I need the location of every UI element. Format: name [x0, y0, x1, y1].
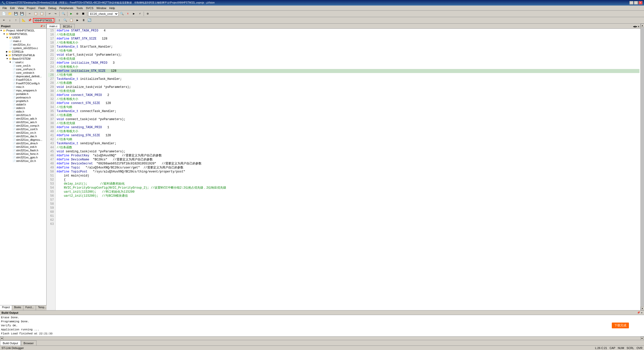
tab-project[interactable]: Project [0, 305, 12, 310]
tree-item[interactable]: 📄core_cmFunc.h [0, 67, 46, 71]
tree-item[interactable]: 📄stm32l1xx_dac.h [0, 134, 46, 138]
undo-button[interactable]: ↩ [47, 11, 52, 16]
tree-item[interactable]: 📄mpu_wrappers.h [0, 89, 46, 92]
tree-item[interactable]: 📄stm32l1xx.h [0, 113, 46, 117]
close-button[interactable]: ✕ [638, 1, 642, 5]
code-line[interactable]: TaskHandle_t sendingTask_Handler; [57, 142, 639, 146]
tb2-btn11[interactable]: 🔄 [87, 18, 92, 23]
tab-functions[interactable]: Funct... [23, 305, 36, 310]
tree-item[interactable]: ▼📁BasicSYSTEM [0, 57, 46, 60]
code-line[interactable]: #define TopicPost "/sys/aluQS4uvXNQ/BC20… [57, 170, 639, 174]
tree-item[interactable]: 📄stm32l1xx_dma.h [0, 142, 46, 145]
code-line[interactable]: #define initialize_TASK_PRIO 3 [57, 61, 639, 65]
code-line[interactable]: NVIC_PriorityGroupConfig(NVIC_PriorityGr… [57, 186, 639, 190]
code-line[interactable]: #define connect_STK_SIZE 128 [57, 101, 639, 105]
tree-item[interactable]: 📄deprecated_definiti... [0, 75, 46, 78]
tree-item[interactable]: 📄stddef.h [0, 103, 46, 106]
tree-item[interactable]: 📄stm32l1xx_aes.h [0, 120, 46, 124]
tree-item[interactable]: ▼📄usart.c [0, 60, 46, 64]
code-line[interactable]: #define connect_TASK_PRIO 2 [57, 93, 639, 97]
tb2-btn1[interactable]: ⬅ [1, 18, 7, 23]
new-file-button[interactable]: 📄 [1, 11, 7, 16]
redo-button[interactable]: ↪ [53, 11, 58, 16]
tree-item[interactable]: 📄portable.h [0, 92, 46, 96]
code-line[interactable]: //任务句柄 [57, 73, 639, 77]
tab-scroll-right[interactable]: ▶ [635, 25, 637, 28]
code-line[interactable]: #define START_STK_SIZE 128 [57, 37, 639, 41]
code-line[interactable]: #define initialize_STK_SIZE 128 [57, 69, 639, 73]
panel-pin-btn[interactable]: 📌 [40, 25, 43, 27]
project-name-label[interactable]: NNHPSTM32L [33, 18, 54, 23]
tab-close-btn[interactable]: ✕ [638, 25, 639, 28]
stop-build-button[interactable]: ⏹ [80, 11, 86, 16]
code-line[interactable]: #define sending_TASK_PRIO 1 [57, 125, 639, 129]
code-line[interactable]: #define Topic "/aluQS4uvXNQ/BC20cs/user/… [57, 166, 639, 170]
menu-item-window[interactable]: Window [95, 6, 108, 10]
bottom-tab-build-output[interactable]: Build Output [0, 340, 21, 345]
code-line[interactable]: TaskHandle_t StartTask_Handler; [57, 45, 639, 49]
tab-scroll-left[interactable]: ◀ [633, 25, 635, 28]
scroll-down-btn[interactable]: ▼ [641, 307, 644, 310]
menu-item-flash[interactable]: Flash [37, 6, 47, 10]
options-button[interactable]: 🔍 [119, 11, 125, 16]
settings-button[interactable]: ⚙ [145, 11, 150, 16]
code-line[interactable]: void sending_task(void *pvParameters); [57, 150, 639, 154]
code-line[interactable]: //任务堆栈大小 [57, 41, 639, 45]
tree-item[interactable]: 📄stm32l1xx_adc.h [0, 117, 46, 120]
tree-item[interactable]: 📄stm32l1xx_fsmc.h [0, 152, 46, 156]
code-line[interactable]: //任务优先级 [57, 89, 639, 93]
code-line[interactable]: //任务函数 [57, 146, 639, 150]
code-line[interactable]: #define DeviceName "BC20cs" //需要定义为用户自己的… [57, 158, 639, 162]
code-line[interactable]: #define sending_STK_SIZE 128 [57, 133, 639, 137]
maximize-button[interactable]: □ [634, 1, 638, 5]
code-line[interactable]: int main(void) [57, 174, 639, 178]
code-line[interactable]: TaskHandle_t initializeTask_Handler; [57, 77, 639, 81]
tb2-btn4[interactable]: 📐 [21, 18, 26, 23]
menu-item-view[interactable]: View [16, 6, 25, 10]
save-all-button[interactable]: 💾 [19, 11, 25, 16]
menu-item-debug[interactable]: Debug [47, 6, 58, 10]
tree-item[interactable]: 📄stm32l1xx_conf.h [0, 127, 46, 131]
tree-item[interactable]: 📄stdio.h [0, 110, 46, 113]
tree-item[interactable]: 📄core_cm3.h [0, 64, 46, 67]
menu-item-help[interactable]: Help [108, 6, 116, 10]
code-line[interactable]: //任务句柄 [57, 105, 639, 109]
code-line[interactable]: TaskHandle_t connectTask_Handler; [57, 109, 639, 113]
build-pin-btn[interactable]: 📌 [637, 311, 640, 314]
tree-item[interactable]: 📄main.c [0, 39, 46, 43]
hscroll-right-btn[interactable]: ▶ [640, 337, 644, 340]
code-line[interactable]: void initialize_task(void *pvParameters)… [57, 85, 639, 89]
tree-item[interactable]: 📄core_cmInstr.h [0, 71, 46, 75]
code-line[interactable]: #define ProductKey "aluQS4uvXNQ" //需要定义为… [57, 154, 639, 158]
tree-item[interactable]: 📄stm32l1xx_crc.h [0, 131, 46, 134]
download-button[interactable]: ⬇ [125, 11, 131, 16]
more-btn[interactable]: ⚡ [137, 11, 143, 16]
code-line[interactable]: //任务函数 [57, 81, 639, 85]
tree-item[interactable]: 📄FreeRTOS.h [0, 78, 46, 82]
tree-item[interactable]: 📄stm32l1xx_comp.h [0, 124, 46, 127]
tb2-btn6[interactable]: ↕ [57, 18, 62, 23]
code-line[interactable]: delay_init(); //延时函数初始化 [57, 182, 639, 186]
panel-close-btn[interactable]: ✕ [43, 25, 45, 27]
tree-item[interactable]: ▼📁Project: NNHPSTM32L [0, 29, 46, 32]
tree-item[interactable]: 📄stm32l1xx_gpio.h [0, 156, 46, 159]
menu-item-edit[interactable]: Edit [9, 6, 16, 10]
code-line[interactable]: //任务堆栈大小 [57, 129, 639, 133]
code-line[interactable]: //任务堆栈大小 [57, 97, 639, 101]
tree-item[interactable]: 📄stdint.h [0, 106, 46, 110]
tb2-btn10[interactable]: ⏸ [81, 18, 86, 23]
code-line[interactable]: //任务优先级 [57, 33, 639, 37]
tree-item[interactable]: 📄misc.h [0, 85, 46, 89]
tb2-btn9[interactable]: ▶ [75, 18, 80, 23]
code-line[interactable]: void start_task(void *pvParameters); [57, 53, 639, 57]
build-hscrollbar[interactable]: ◀ ▶ [0, 336, 644, 340]
tab-main-c[interactable]: main.c [47, 24, 60, 28]
tree-item[interactable]: 📄FreeRTOSConfig.h [0, 82, 46, 85]
start-debug-button[interactable]: ▶ [131, 11, 137, 16]
tree-item[interactable]: 📄stm32l1xx_exti.h [0, 145, 46, 149]
code-line[interactable]: #define START_TASK_PRIO 4 [57, 29, 639, 33]
tree-item[interactable]: 📄stm32l1xx_it.c [0, 43, 46, 46]
code-line[interactable]: //任务优先级 [57, 57, 639, 61]
tree-item[interactable]: ▼📁USER [0, 36, 46, 39]
tree-item[interactable]: 📄stm32l1xx_dbgmcu... [0, 138, 46, 142]
